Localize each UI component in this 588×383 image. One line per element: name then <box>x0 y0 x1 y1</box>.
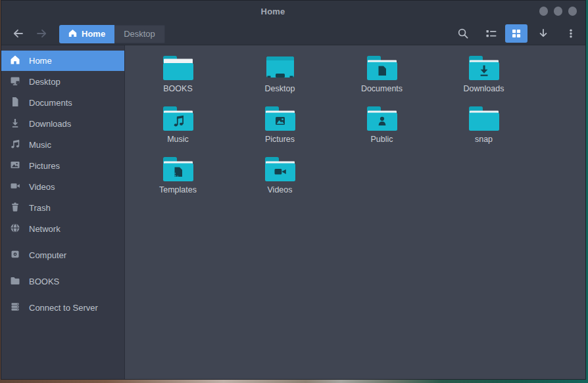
folder-icon <box>10 275 20 288</box>
document-icon <box>10 97 20 109</box>
headerbar: Home <box>1 1 585 45</box>
video-icon <box>10 181 20 193</box>
folder-plain-icon <box>468 106 500 131</box>
breadcrumb-desktop[interactable]: Desktop <box>114 25 165 43</box>
home-icon <box>68 29 77 39</box>
window-button-2[interactable] <box>554 7 563 16</box>
search-icon <box>457 28 469 39</box>
forward-button[interactable] <box>33 24 51 43</box>
window-button-1[interactable] <box>539 7 549 16</box>
desktop-icon <box>10 76 20 88</box>
sidebar-item-computer[interactable]: Computer <box>1 245 124 265</box>
sidebar-item-documents[interactable]: Documents <box>1 93 124 113</box>
folder-pictures-icon <box>264 106 296 131</box>
file-view: BOOKS Desktop Documents Downloads Music <box>125 45 585 379</box>
grid-view-icon <box>511 28 522 39</box>
home-icon <box>10 55 20 67</box>
arrow-left-icon <box>12 28 24 39</box>
list-view-icon <box>485 28 497 39</box>
file-manager-window: Home <box>1 0 586 380</box>
sidebar-item-trash[interactable]: Trash <box>1 198 124 218</box>
folder-music-icon <box>162 106 194 131</box>
breadcrumb-desktop-label: Desktop <box>124 29 155 39</box>
file-item-downloads[interactable]: Downloads <box>433 53 535 104</box>
arrow-right-icon <box>36 28 48 39</box>
breadcrumb-home[interactable]: Home <box>59 25 114 43</box>
folder-templates-icon <box>162 157 194 182</box>
sidebar-item-desktop[interactable]: Desktop <box>1 72 124 92</box>
titlebar: Home <box>1 1 585 22</box>
sidebar-item-books[interactable]: BOOKS <box>1 271 124 292</box>
trash-icon <box>10 202 20 214</box>
toolbar: Home Desktop <box>1 22 585 45</box>
kebab-menu-icon <box>565 28 577 39</box>
file-item-snap[interactable]: snap <box>433 104 535 154</box>
folder-downloads-icon <box>468 56 500 81</box>
music-icon <box>10 139 20 151</box>
sidebar-item-videos[interactable]: Videos <box>1 177 124 197</box>
sidebar-item-home[interactable]: Home <box>1 51 124 71</box>
window-title: Home <box>261 7 285 16</box>
file-item-documents[interactable]: Documents <box>331 53 433 104</box>
file-item-pictures[interactable]: Pictures <box>229 104 331 154</box>
down-arrow-icon <box>537 28 549 39</box>
file-grid: BOOKS Desktop Documents Downloads Music <box>127 53 585 205</box>
sidebar-item-downloads[interactable]: Downloads <box>1 114 124 134</box>
download-icon <box>10 118 20 130</box>
sidebar-item-pictures[interactable]: Pictures <box>1 156 124 176</box>
back-button[interactable] <box>9 24 27 43</box>
file-item-public[interactable]: Public <box>331 104 433 154</box>
folder-public-icon <box>366 106 398 131</box>
breadcrumb-home-label: Home <box>82 29 105 39</box>
window-controls <box>539 1 577 22</box>
picture-icon <box>10 160 20 172</box>
file-item-templates[interactable]: Templates <box>127 154 229 205</box>
file-item-desktop[interactable]: Desktop <box>229 53 331 104</box>
file-item-books[interactable]: BOOKS <box>127 53 229 104</box>
list-view-button[interactable] <box>482 24 501 43</box>
search-button[interactable] <box>454 24 472 43</box>
sidebar: Home Desktop Documents Downloads Music P <box>1 45 125 379</box>
sort-down-button[interactable] <box>534 24 552 43</box>
sidebar-item-network[interactable]: Network <box>1 219 124 239</box>
computer-drive-icon <box>10 249 20 261</box>
folder-videos-icon <box>264 157 296 182</box>
server-icon <box>10 302 20 314</box>
sidebar-item-connect-to-server[interactable]: Connect to Server <box>1 298 124 318</box>
network-globe-icon <box>10 223 20 235</box>
sidebar-item-music[interactable]: Music <box>1 135 124 155</box>
file-item-videos[interactable]: Videos <box>229 154 331 205</box>
menu-button[interactable] <box>562 24 580 43</box>
file-item-music[interactable]: Music <box>127 104 229 154</box>
desktop-monitor-icon <box>264 56 296 81</box>
window-button-3[interactable] <box>568 7 577 16</box>
folder-open-icon <box>162 56 194 81</box>
folder-documents-icon <box>366 56 398 81</box>
breadcrumb: Home Desktop <box>59 25 165 43</box>
grid-view-button[interactable] <box>505 24 527 43</box>
